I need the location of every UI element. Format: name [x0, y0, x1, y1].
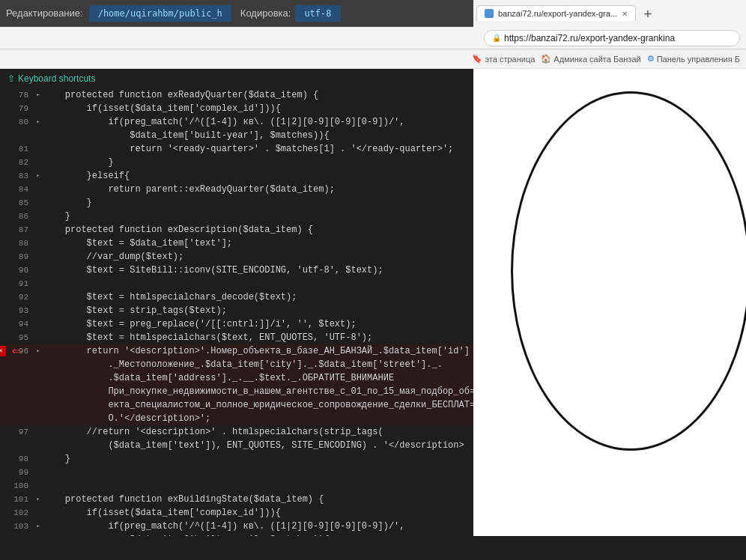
line-number: 91 [0, 277, 33, 290]
line-number: 92 [0, 290, 33, 304]
line-number [0, 358, 33, 371]
url-bar[interactable]: 🔒 https://banzai72.ru/export-yandex-gran… [484, 30, 740, 46]
bookmark-item-1[interactable]: 🔖 эта страница [472, 54, 535, 64]
code-line: 79 if(isset($data_item['complex_id'])){ [0, 102, 473, 115]
line-number: 86 [0, 210, 33, 223]
code-content: $data_item['built-year'], $matches)){ [43, 533, 473, 536]
code-line: 87 protected function exDescription($dat… [0, 223, 473, 237]
code-content: } [43, 196, 473, 210]
fold-arrow[interactable] [33, 506, 43, 520]
fold-arrow[interactable] [33, 533, 43, 536]
browser-pane [473, 69, 746, 536]
fold-arrow[interactable] [33, 129, 43, 142]
line-number [0, 398, 33, 412]
code-content [43, 479, 473, 493]
editor-top-bar: Редактирование: /home/uqirahbm/public_h … [0, 0, 746, 27]
new-tab-button[interactable]: + [637, 3, 658, 24]
error-marker: ✕ [0, 346, 6, 356]
bookmark-icon-2: 🏠 [541, 54, 551, 64]
line-number [0, 129, 33, 142]
browser-content [473, 69, 746, 536]
code-content: if(isset($data_item['complex_id'])){ [43, 102, 473, 115]
code-content: ($data_item['text']), ENT_QUOTES, SITE_E… [43, 439, 473, 452]
code-line: 99 [0, 466, 473, 479]
bookmark-item-3[interactable]: ⚙ Панель управления Б [647, 54, 740, 64]
code-content: О.'</description>'; [43, 412, 473, 425]
keyboard-shortcut-icon: ⇧ [7, 73, 15, 84]
fold-arrow[interactable] [33, 412, 43, 425]
code-line: 93 $text = strip_tags($text); [0, 304, 473, 317]
fold-arrow[interactable] [33, 223, 43, 237]
fold-arrow[interactable]: ▸ [33, 493, 43, 506]
fold-arrow[interactable] [33, 290, 43, 304]
fold-arrow[interactable] [33, 385, 43, 398]
fold-arrow[interactable] [33, 156, 43, 169]
code-line: 81 return '<ready-quarter>' . $matches[1… [0, 142, 473, 156]
fold-arrow[interactable] [33, 183, 43, 196]
fold-arrow[interactable] [33, 102, 43, 115]
code-line: 91 [0, 277, 473, 290]
code-line: $data_item['built-year'], $matches)){ [0, 129, 473, 142]
line-number [0, 439, 33, 452]
encoding-value[interactable]: utf-8 [295, 5, 340, 22]
fold-arrow[interactable]: ▸ [33, 344, 43, 358]
fold-arrow[interactable] [33, 331, 43, 344]
fold-arrow[interactable] [33, 466, 43, 479]
code-content [43, 277, 473, 290]
code-content: $text = htmlspecialchars($text, ENT_QUOT… [43, 331, 473, 344]
code-line: 88 $text = $data_item['text']; [0, 237, 473, 250]
bookmark-icon-3: ⚙ [647, 54, 655, 64]
fold-arrow[interactable] [33, 304, 43, 317]
fold-arrow[interactable]: ▸ [33, 169, 43, 183]
tab-close-button[interactable]: ✕ [622, 10, 628, 18]
fold-arrow[interactable]: ▸ [33, 115, 43, 129]
line-number [0, 371, 33, 385]
bookmark-item-2[interactable]: 🏠 Админка сайта Банзай [541, 54, 640, 64]
fold-arrow[interactable] [33, 277, 43, 290]
line-number: 90 [0, 264, 33, 277]
code-line: екта_специалистом_и_полное_юридическое_с… [0, 398, 473, 412]
fold-arrow[interactable] [33, 142, 43, 156]
code-line: 84 return parent::exReadyQuarter($data_i… [0, 183, 473, 196]
fold-arrow[interactable] [33, 196, 43, 210]
fold-arrow[interactable] [33, 210, 43, 223]
fold-arrow[interactable]: ▸ [33, 88, 43, 102]
fold-arrow[interactable] [33, 452, 43, 466]
browser-tab[interactable]: banzai72.ru/export-yandex-gra... ✕ [476, 5, 636, 21]
code-content: if(isset($data_item['complex_id'])){ [43, 506, 473, 520]
fold-arrow[interactable] [33, 264, 43, 277]
code-content: protected function exReadyQuarter($data_… [43, 88, 473, 102]
fold-arrow[interactable] [33, 439, 43, 452]
fold-arrow[interactable] [33, 237, 43, 250]
line-number: 79 [0, 102, 33, 115]
line-number: 81 [0, 142, 33, 156]
fold-arrow[interactable] [33, 250, 43, 264]
fold-arrow[interactable] [33, 425, 43, 439]
keyboard-shortcuts-link[interactable]: ⇧ Keyboard shortcuts [0, 69, 473, 88]
error-arrow: ⇐ [12, 346, 20, 356]
code-line: 78▸ protected function exReadyQuarter($d… [0, 88, 473, 102]
file-path[interactable]: /home/uqirahbm/public_h [89, 5, 231, 22]
code-content: .$data_item['address']._.__.$text._.ОБРА… [43, 371, 473, 385]
fold-arrow[interactable] [33, 398, 43, 412]
fold-arrow[interactable] [33, 479, 43, 493]
code-line: 101▸ protected function exBuildingState(… [0, 493, 473, 506]
code-content: } [43, 156, 473, 169]
fold-arrow[interactable] [33, 317, 43, 331]
fold-arrow[interactable] [33, 371, 43, 385]
bookmark-icon-1: 🔖 [472, 54, 482, 64]
line-number: 93 [0, 304, 33, 317]
code-content: return parent::exReadyQuarter($data_item… [43, 183, 473, 196]
fold-arrow[interactable] [33, 358, 43, 371]
url-bar-row: 🔒 https://banzai72.ru/export-yandex-gran… [0, 27, 746, 49]
code-line: При_покупке_недвижимости_в_нашем_агентст… [0, 385, 473, 398]
bookmarks-bar: 🔖 эта страница 🏠 Админка сайта Банзай ⚙ … [0, 49, 746, 69]
code-line: 90 $text = SiteBill::iconv(SITE_ENCODING… [0, 264, 473, 277]
line-number: 101 [0, 493, 33, 506]
fold-arrow[interactable]: ▸ [33, 520, 43, 533]
code-line: 97 //return '<description>' . htmlspecia… [0, 425, 473, 439]
code-content: if(preg_match('/^([1-4]) кв\. ([1|2][0-9… [43, 115, 473, 129]
bookmark-label-2: Админка сайта Банзай [554, 55, 640, 64]
line-number: 82 [0, 156, 33, 169]
oval-annotation [511, 91, 746, 451]
